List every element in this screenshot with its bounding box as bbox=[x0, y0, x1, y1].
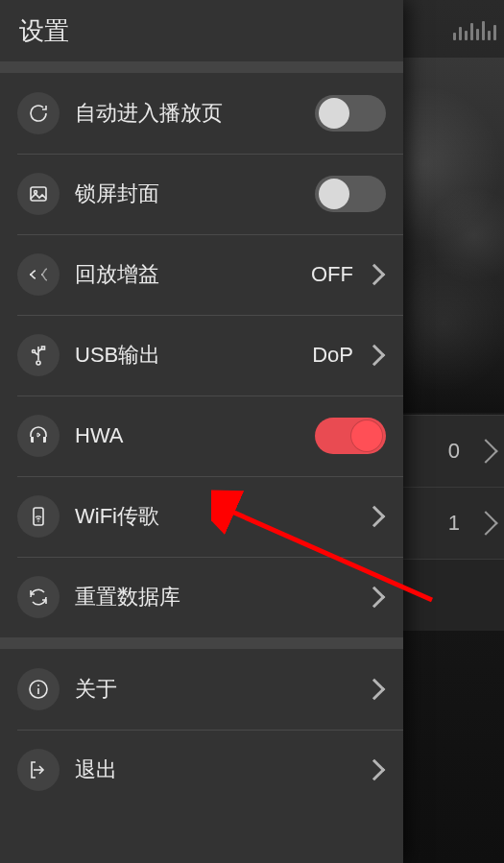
background-image bbox=[403, 58, 504, 413]
svg-rect-3 bbox=[42, 347, 45, 349]
chevron-right-icon bbox=[364, 345, 386, 367]
row-label: USB输出 bbox=[75, 341, 312, 370]
bg-row-value: 0 bbox=[448, 439, 460, 464]
chevron-right-icon bbox=[473, 439, 497, 463]
panel-header: 设置 bbox=[0, 0, 403, 61]
settings-list-footer: 关于 退出 bbox=[0, 649, 403, 810]
svg-point-6 bbox=[37, 520, 39, 522]
refresh-icon bbox=[17, 92, 60, 134]
sync-icon bbox=[17, 576, 60, 618]
chevron-right-icon bbox=[364, 587, 386, 609]
row-about[interactable]: 关于 bbox=[0, 649, 403, 730]
chevron-right-icon bbox=[364, 506, 386, 528]
background-strip: 0 1 bbox=[403, 0, 504, 863]
equalizer-icon bbox=[453, 19, 496, 40]
toggle-lock-cover[interactable] bbox=[315, 176, 386, 212]
settings-panel: 设置 自动进入播放页 锁屏封面 bbox=[0, 0, 403, 863]
row-value: DoP bbox=[312, 343, 353, 368]
chevron-right-icon bbox=[473, 511, 497, 535]
row-label: 回放增益 bbox=[75, 260, 311, 289]
row-label: 重置数据库 bbox=[75, 583, 367, 611]
row-lock-cover[interactable]: 锁屏封面 bbox=[0, 154, 403, 234]
row-auto-play[interactable]: 自动进入播放页 bbox=[0, 73, 403, 154]
toggle-hwa[interactable] bbox=[315, 418, 386, 454]
section-separator bbox=[0, 61, 403, 73]
info-icon bbox=[17, 668, 60, 710]
row-rescan-database[interactable]: 重置数据库 bbox=[0, 557, 403, 637]
row-label: WiFi传歌 bbox=[75, 502, 367, 531]
toggle-auto-play[interactable] bbox=[315, 95, 386, 132]
wifi-phone-icon bbox=[17, 495, 60, 538]
bg-list-row bbox=[403, 559, 504, 631]
svg-point-8 bbox=[37, 684, 39, 686]
row-label: 自动进入播放页 bbox=[75, 99, 315, 128]
bg-list-row[interactable]: 0 bbox=[403, 415, 504, 487]
svg-point-2 bbox=[36, 361, 40, 365]
row-label: 锁屏封面 bbox=[75, 180, 315, 208]
bg-row-value: 1 bbox=[448, 511, 460, 536]
row-value: OFF bbox=[311, 262, 353, 287]
row-exit[interactable]: 退出 bbox=[0, 730, 403, 810]
row-label: 退出 bbox=[75, 755, 367, 784]
chevron-right-icon bbox=[364, 679, 386, 701]
row-hwa[interactable]: HWA bbox=[0, 396, 403, 476]
section-separator bbox=[0, 637, 403, 649]
svg-rect-0 bbox=[31, 187, 46, 201]
picture-icon bbox=[17, 173, 60, 215]
chevron-right-icon bbox=[364, 759, 386, 781]
row-usb-output[interactable]: USB输出 DoP bbox=[0, 315, 403, 396]
row-label: 关于 bbox=[75, 675, 367, 704]
bg-list-row[interactable]: 1 bbox=[403, 487, 504, 559]
exit-icon bbox=[17, 749, 60, 791]
usb-icon bbox=[17, 334, 60, 376]
row-wifi-transfer[interactable]: WiFi传歌 bbox=[0, 476, 403, 557]
svg-point-4 bbox=[33, 350, 36, 353]
bluetooth-headset-icon bbox=[17, 415, 60, 457]
row-label: HWA bbox=[75, 423, 315, 448]
chevron-right-icon bbox=[364, 264, 386, 286]
page-title: 设置 bbox=[19, 14, 69, 48]
sound-waves-icon bbox=[17, 253, 60, 296]
settings-list: 自动进入播放页 锁屏封面 回放增益 OFF bbox=[0, 73, 403, 637]
row-replay-gain[interactable]: 回放增益 OFF bbox=[0, 234, 403, 315]
